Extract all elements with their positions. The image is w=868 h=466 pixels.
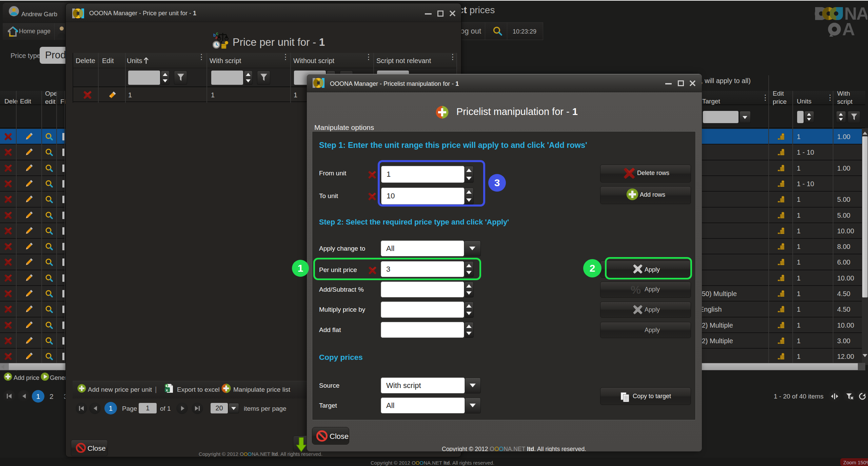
svg-text:c: c <box>216 32 218 36</box>
svg-text:A: A <box>842 19 855 37</box>
svg-text:x: x <box>166 388 168 392</box>
svg-text:b: b <box>213 33 216 38</box>
